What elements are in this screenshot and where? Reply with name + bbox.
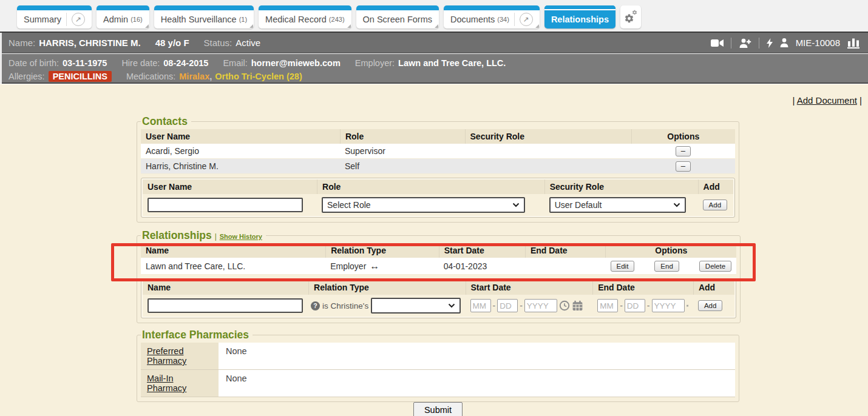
- email-label: Email:: [223, 58, 247, 68]
- col-security-role: Security Role: [465, 129, 631, 144]
- col-options: Options: [631, 129, 735, 144]
- contact-row: Acardi, Sergio Supervisor –: [141, 144, 735, 159]
- video-camera-icon[interactable]: [711, 39, 724, 47]
- tab-relationships-label: Relationships: [551, 15, 609, 24]
- add-document-link[interactable]: Add Document: [797, 95, 857, 106]
- tab-menu-corner-icon: [145, 24, 149, 28]
- col-start-date: Start Date: [439, 243, 525, 258]
- role-select-value: Select Role: [327, 200, 371, 210]
- medication-link[interactable]: Miralax: [179, 72, 209, 81]
- pharmacy-row: Mail-In Pharmacy None: [141, 370, 735, 397]
- tab-documents-count: (34): [497, 16, 509, 23]
- col-role: Role: [340, 129, 465, 144]
- tab-menu-corner-icon: [347, 24, 351, 28]
- add-contact-form: User Name Role Security Role Add Select …: [141, 178, 735, 218]
- add-relationship-button[interactable]: Add: [698, 300, 722, 311]
- pharmacies-title: Interface Pharmacies: [141, 329, 253, 341]
- allergy-badge[interactable]: PENICILLINS: [49, 71, 112, 82]
- tab-medical-count: (243): [329, 16, 345, 23]
- end-relationship-button[interactable]: End: [654, 261, 679, 272]
- status-value: Active: [236, 38, 260, 48]
- col-user-name: User Name: [141, 129, 340, 144]
- tab-accent-strip: [154, 5, 254, 10]
- medications-label: Medications:: [126, 72, 175, 81]
- employer-value: Lawn and Tree Care, LLC.: [398, 58, 506, 68]
- calendar-icon[interactable]: [572, 300, 583, 311]
- tab-relationships[interactable]: Relationships: [544, 5, 615, 29]
- relationship-end-date: [525, 265, 605, 267]
- tab-medical-record[interactable]: Medical Record (243): [259, 5, 351, 29]
- tab-medical-label: Medical Record: [265, 15, 327, 24]
- col-end-date: End Date: [525, 243, 605, 258]
- help-icon[interactable]: ?: [311, 301, 320, 310]
- add-relationship-header: Name Relation Type Start Date End Date A…: [143, 280, 734, 295]
- relation-type-select[interactable]: [371, 298, 460, 314]
- tab-menu-corner-icon: [535, 24, 539, 28]
- tab-bar: Summary ↗ Admin (16) Health Surveillance…: [0, 0, 868, 33]
- contact-role: Self: [340, 160, 465, 172]
- allergies-label: Allergies:: [8, 72, 45, 81]
- relationships-title-text: Relationships: [142, 229, 212, 241]
- person-icon[interactable]: [780, 38, 788, 47]
- pipe: |: [215, 232, 217, 241]
- tab-accent-strip: [444, 5, 540, 10]
- tab-menu-corner-icon: [435, 24, 438, 28]
- tab-forms-label: On Screen Forms: [363, 15, 432, 24]
- calendar-icon[interactable]: [687, 300, 688, 311]
- contact-security-role: [465, 165, 631, 167]
- bar-chart-icon: [847, 38, 860, 47]
- tab-menu-corner-icon: [249, 24, 253, 28]
- end-year-input[interactable]: [652, 299, 685, 312]
- col-security-role: Security Role: [544, 179, 698, 194]
- add-user-icon[interactable]: [739, 38, 751, 48]
- preferred-pharmacy-link[interactable]: Preferred Pharmacy: [147, 346, 186, 366]
- employer-label: Employer:: [355, 58, 395, 68]
- lightning-bolt-icon[interactable]: [767, 38, 773, 48]
- contacts-table: User Name Role Security Role Options Aca…: [141, 129, 735, 174]
- security-role-select[interactable]: User Default: [549, 197, 686, 213]
- tab-admin[interactable]: Admin (16): [97, 5, 149, 29]
- show-history-link[interactable]: Show History: [220, 233, 262, 240]
- tab-divider: [514, 13, 515, 26]
- col-add: Add: [693, 280, 734, 295]
- mail-in-pharmacy-value: None: [219, 370, 735, 397]
- tab-documents[interactable]: Documents (34) ↗: [444, 5, 540, 29]
- relationship-name-input[interactable]: [147, 298, 303, 313]
- add-contact-button[interactable]: Add: [703, 200, 727, 210]
- chart-id: MIE-10008: [796, 38, 840, 48]
- external-link-icon[interactable]: ↗: [72, 13, 85, 26]
- dob-label: Date of birth:: [8, 58, 59, 68]
- col-start-date: Start Date: [466, 280, 593, 295]
- role-select[interactable]: Select Role: [322, 197, 525, 213]
- medication-link[interactable]: Ortho Tri-Cyclen (28): [215, 72, 302, 81]
- submit-button[interactable]: Submit: [413, 402, 463, 416]
- delete-relationship-button[interactable]: Delete: [699, 261, 731, 272]
- start-year-input[interactable]: [524, 299, 557, 312]
- contact-user-name-input[interactable]: [147, 198, 303, 212]
- start-day-input[interactable]: [497, 299, 518, 312]
- tab-summary[interactable]: Summary ↗: [17, 5, 92, 29]
- start-month-input[interactable]: [470, 299, 491, 312]
- external-link-icon[interactable]: ↗: [520, 13, 533, 26]
- patient-age-sex: 48 y/o F: [155, 38, 189, 48]
- col-user-name: User Name: [143, 179, 317, 194]
- screen-edge: [0, 33, 2, 84]
- settings-gear-button[interactable]: [620, 5, 641, 29]
- end-month-input[interactable]: [597, 299, 618, 312]
- contact-user-name: Acardi, Sergio: [141, 145, 340, 157]
- end-day-input[interactable]: [625, 299, 645, 312]
- edit-relationship-button[interactable]: Edit: [611, 261, 635, 272]
- tab-on-screen-forms[interactable]: On Screen Forms: [356, 5, 439, 29]
- col-name: Name: [143, 280, 308, 295]
- mail-in-pharmacy-link[interactable]: Mail-In Pharmacy: [147, 374, 186, 393]
- tab-health-label: Health Surveillance: [161, 15, 237, 24]
- clock-icon[interactable]: [559, 300, 570, 311]
- remove-contact-button[interactable]: –: [676, 161, 691, 172]
- tab-admin-count: (16): [131, 16, 143, 23]
- remove-contact-button[interactable]: –: [676, 146, 691, 156]
- tab-health-surveillance[interactable]: Health Surveillance (1): [154, 5, 254, 29]
- tab-accent-strip: [17, 5, 92, 10]
- tab-accent-strip: [544, 5, 615, 10]
- flowsheet-chart-icon[interactable]: [847, 38, 860, 49]
- contact-security-role: [465, 150, 631, 152]
